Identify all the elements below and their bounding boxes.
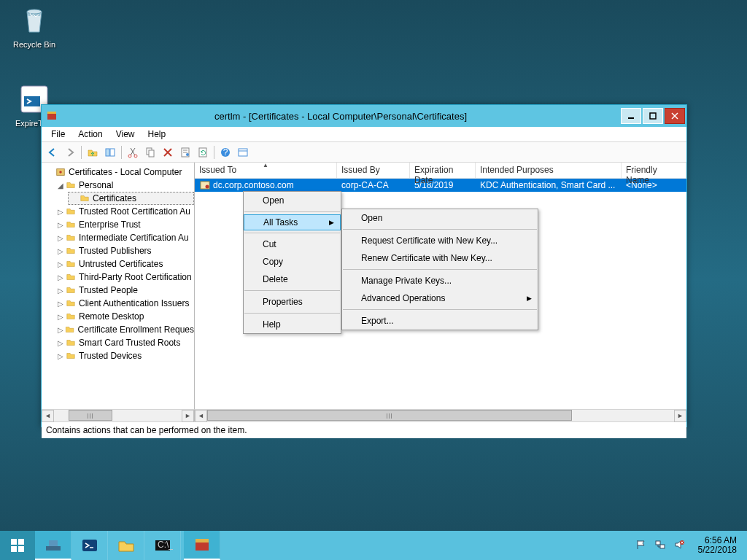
tree-personal[interactable]: ◢Personal [55, 179, 194, 192]
menu-view[interactable]: View [109, 127, 142, 141]
svg-rect-14 [149, 150, 154, 157]
help-button[interactable]: ? [217, 144, 233, 160]
menu-separator [343, 309, 537, 310]
cert-row[interactable]: dc.corp.contoso.com corp-CA-CA 5/18/2019… [195, 179, 686, 192]
properties-button[interactable] [177, 144, 193, 160]
list-hscroll[interactable]: ◄ ||| ► [195, 409, 686, 421]
scroll-thumb[interactable]: ||| [69, 410, 112, 421]
windows-logo-icon [9, 537, 26, 553]
window-titlebar[interactable]: certlm - [Certificates - Local Computer\… [42, 105, 686, 127]
ctx-cut[interactable]: Cut [244, 236, 341, 253]
col-issued-to[interactable]: Issued To▲ [195, 163, 337, 178]
tree-item[interactable]: ▷Trusted Publishers [55, 244, 194, 257]
tree-item[interactable]: ▷Smart Card Trusted Roots [55, 336, 194, 349]
svg-rect-38 [196, 542, 209, 551]
sub-open[interactable]: Open [342, 209, 538, 227]
recycle-bin-icon [17, 3, 52, 38]
tree-item[interactable]: ▷Third-Party Root Certification [55, 271, 194, 284]
window-title: certlm - [Certificates - Local Computer\… [62, 111, 619, 122]
tray-clock[interactable]: 6:56 AM 5/22/2018 [692, 536, 743, 555]
sub-advanced-operations[interactable]: Advanced Operations▶ [342, 289, 538, 307]
taskbar-server-manager[interactable] [35, 531, 71, 560]
tree-certificates[interactable]: Certificates [68, 192, 194, 205]
tree-item[interactable]: ▷Enterprise Trust [55, 218, 194, 231]
svg-point-18 [186, 153, 189, 156]
scroll-right-icon[interactable]: ► [182, 410, 194, 422]
export-list-button[interactable] [235, 144, 251, 160]
tree-hscroll[interactable]: ◄ ||| ► [42, 409, 195, 421]
tray-flag-icon[interactable] [635, 539, 647, 553]
tree-item[interactable]: ▷Trusted Root Certification Au [55, 205, 194, 218]
ctx-open[interactable]: Open [244, 192, 341, 209]
copy-button[interactable] [142, 144, 158, 160]
menu-separator [244, 290, 340, 291]
taskbar-powershell[interactable] [71, 531, 108, 560]
toolbar-separator [121, 146, 122, 159]
cut-button[interactable] [125, 144, 141, 160]
sub-renew-new-key[interactable]: Renew Certificate with New Key... [342, 249, 538, 267]
taskbar-explorer[interactable] [108, 531, 144, 560]
ctx-help[interactable]: Help [244, 316, 341, 333]
menu-action[interactable]: Action [71, 127, 109, 141]
maximize-button[interactable] [643, 108, 663, 124]
ctx-properties[interactable]: Properties [244, 293, 341, 311]
tray-volume-icon[interactable] [673, 539, 685, 553]
scroll-thumb[interactable]: ||| [207, 410, 572, 421]
tree-item[interactable]: ▷Remote Desktop [55, 310, 194, 323]
svg-point-0 [27, 9, 42, 14]
ctx-copy[interactable]: Copy [244, 253, 341, 271]
context-menu: Open All Tasks▶ Cut Copy Delete Properti… [243, 191, 341, 334]
close-button[interactable] [665, 108, 685, 124]
svg-point-12 [134, 155, 137, 158]
delete-button[interactable] [160, 144, 176, 160]
sub-request-new-key[interactable]: Request Certificate with New Key... [342, 232, 538, 249]
minimize-button[interactable] [621, 108, 641, 124]
svg-rect-32 [46, 546, 61, 551]
back-button[interactable] [44, 144, 61, 160]
tree-item[interactable]: ▷Trusted People [55, 284, 194, 297]
svg-rect-9 [106, 149, 109, 156]
taskbar-cmd[interactable]: C:\_ [144, 531, 181, 560]
show-hide-tree-button[interactable] [102, 144, 118, 160]
scroll-left-icon[interactable]: ◄ [42, 410, 54, 422]
up-button[interactable] [85, 144, 101, 160]
tray-network-icon[interactable] [654, 539, 666, 553]
context-submenu-all-tasks: Open Request Certificate with New Key...… [341, 209, 538, 330]
tree-item[interactable]: ▷Untrusted Certificates [55, 257, 194, 271]
svg-rect-30 [11, 546, 17, 552]
column-headers: Issued To▲ Issued By Expiration Date Int… [195, 163, 686, 179]
start-button[interactable] [0, 531, 35, 560]
menu-separator [244, 233, 340, 233]
svg-rect-22 [239, 149, 247, 156]
svg-point-11 [128, 155, 131, 158]
menu-separator [343, 229, 537, 230]
tree-item[interactable]: ▷Certificate Enrollment Reques [55, 323, 194, 336]
tree-item[interactable]: ▷Intermediate Certification Au [55, 231, 194, 244]
menu-separator [244, 211, 340, 212]
scroll-left-icon[interactable]: ◄ [195, 410, 207, 422]
menu-file[interactable]: File [44, 127, 71, 141]
console-tree[interactable]: Certificates - Local Computer ◢Personal … [42, 163, 195, 409]
menu-help[interactable]: Help [142, 127, 173, 141]
taskbar-certlm[interactable] [184, 531, 220, 560]
menu-separator [343, 269, 537, 270]
tree-root[interactable]: Certificates - Local Computer [44, 166, 194, 179]
refresh-button[interactable] [195, 144, 211, 160]
col-issued-by[interactable]: Issued By [337, 163, 410, 178]
ctx-delete[interactable]: Delete [244, 271, 341, 288]
scroll-right-icon[interactable]: ► [674, 410, 686, 422]
sub-export[interactable]: Export... [342, 312, 538, 330]
tree-item[interactable]: ▷Trusted Devices [55, 349, 194, 362]
svg-rect-29 [18, 539, 24, 545]
col-friendly[interactable]: Friendly Name [622, 163, 686, 178]
tree-item[interactable]: ▷Client Authentication Issuers [55, 297, 194, 310]
ctx-all-tasks[interactable]: All Tasks▶ [244, 214, 341, 230]
svg-text:C:\_: C:\_ [158, 540, 173, 550]
col-expiration[interactable]: Expiration Date [410, 163, 476, 178]
sub-manage-private-keys[interactable]: Manage Private Keys... [342, 272, 538, 289]
svg-rect-28 [11, 539, 17, 545]
col-purposes[interactable]: Intended Purposes [476, 163, 622, 178]
forward-button[interactable] [62, 144, 78, 160]
svg-rect-41 [660, 545, 665, 548]
desktop-icon-recycle-bin[interactable]: Recycle Bin [7, 3, 61, 50]
